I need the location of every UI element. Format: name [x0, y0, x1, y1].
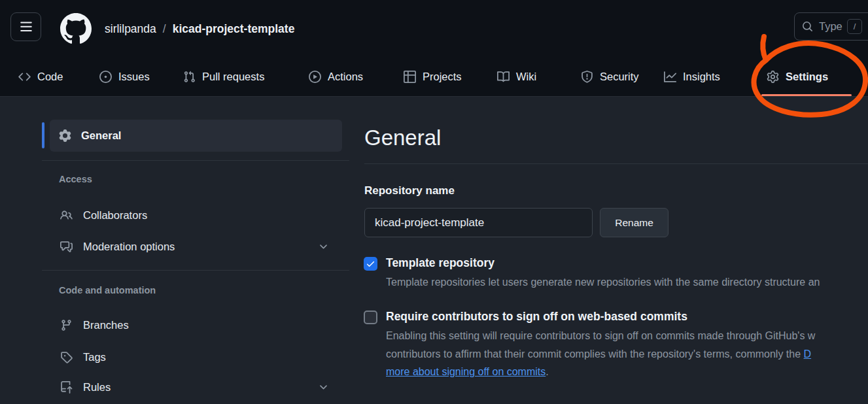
sidebar-item-label: Collaborators [83, 209, 147, 222]
search-placeholder: Type [819, 20, 842, 33]
search-input[interactable]: Type / [794, 12, 868, 41]
tab-wiki[interactable]: Wiki [497, 64, 536, 89]
tab-security[interactable]: Security [581, 64, 639, 89]
play-icon [309, 71, 321, 83]
code-icon [18, 71, 31, 83]
rename-button[interactable]: Rename [600, 208, 668, 237]
shield-icon [581, 71, 593, 83]
gear-icon [59, 129, 71, 142]
people-icon [60, 209, 73, 222]
tab-label: Settings [786, 71, 828, 83]
signoff-line-3-period: . [546, 366, 548, 377]
tag-icon [60, 351, 73, 363]
signoff-line-2-text: contributors to affirm that their commit… [386, 348, 804, 360]
title-divider [364, 163, 868, 164]
breadcrumb: sirlilpanda / kicad-project-template [105, 19, 294, 39]
sidebar-item-label: Rules [83, 381, 111, 394]
three-bars-icon [20, 20, 33, 33]
signoff-label[interactable]: Require contributors to sign off on web-… [386, 310, 687, 324]
sidebar-item-general[interactable]: General [50, 120, 342, 152]
chevron-down-icon [318, 241, 329, 252]
page-title: General [364, 126, 441, 150]
tab-label: Issues [118, 71, 150, 83]
github-logo-icon[interactable] [60, 13, 92, 44]
tab-pull-requests[interactable]: Pull requests [183, 64, 264, 89]
signoff-description: Enabling this setting will require contr… [386, 327, 868, 381]
issue-opened-icon [99, 71, 112, 83]
repo-push-icon [60, 381, 73, 394]
signoff-line-3: more about signing off on commits. [386, 363, 868, 381]
sidebar-item-rules[interactable]: Rules [50, 376, 342, 398]
sidebar-section-code-automation: Code and automation [59, 285, 156, 295]
tab-projects[interactable]: Projects [404, 64, 462, 89]
repository-name-input[interactable] [364, 208, 593, 237]
tab-label: Actions [328, 71, 363, 83]
sidebar-item-label: Branches [83, 319, 129, 331]
graph-icon [664, 71, 676, 83]
sidebar-item-moderation-options[interactable]: Moderation options [50, 235, 342, 258]
slash-shortcut-key: / [847, 19, 862, 34]
signoff-learn-more-link[interactable]: more about signing off on commits [386, 366, 546, 377]
tab-code[interactable]: Code [18, 64, 63, 89]
tab-label: Projects [423, 71, 462, 83]
sidebar-divider [42, 160, 349, 161]
hamburger-menu-button[interactable] [10, 12, 41, 41]
gear-icon [767, 71, 779, 83]
tab-label: Pull requests [202, 71, 264, 83]
sidebar-item-branches[interactable]: Branches [50, 314, 342, 336]
breadcrumb-owner-link[interactable]: sirlilpanda [105, 22, 156, 36]
template-repository-description: Template repositories let users generate… [386, 277, 868, 288]
signoff-line-2: contributors to affirm that their commit… [386, 345, 868, 363]
sidebar-section-access: Access [59, 174, 92, 184]
breadcrumb-repo-link[interactable]: kicad-project-template [173, 22, 295, 36]
signoff-line-1: Enabling this setting will require contr… [386, 327, 868, 345]
repository-name-label: Repository name [364, 184, 455, 197]
sidebar-divider [42, 270, 349, 271]
tab-label: Security [600, 71, 639, 83]
template-repository-label[interactable]: Template repository [386, 256, 495, 270]
search-icon [802, 21, 813, 32]
chevron-down-icon [318, 382, 329, 393]
table-icon [404, 71, 416, 83]
sidebar-item-label: Tags [83, 351, 106, 363]
tab-insights[interactable]: Insights [664, 64, 720, 89]
tab-label: Wiki [516, 71, 536, 83]
sidebar-item-collaborators[interactable]: Collaborators [50, 204, 342, 226]
sidebar-item-label: General [81, 129, 121, 142]
signoff-checkbox[interactable] [364, 311, 377, 324]
app-header: sirlilpanda / kicad-project-template Typ… [0, 0, 868, 97]
sidebar-item-label: Moderation options [83, 241, 175, 253]
tab-settings[interactable]: Settings [767, 64, 828, 89]
sidebar-item-tags[interactable]: Tags [50, 346, 342, 368]
active-tab-underline [761, 94, 852, 96]
book-icon [497, 71, 510, 83]
git-pull-request-icon [183, 71, 196, 83]
github-repo-settings-page: sirlilpanda / kicad-project-template Typ… [0, 0, 868, 404]
comment-discussion-icon [60, 241, 73, 253]
breadcrumb-separator: / [163, 22, 166, 36]
selected-item-accent-bar [42, 122, 44, 148]
check-icon [366, 259, 375, 269]
tab-issues[interactable]: Issues [99, 64, 150, 89]
git-branch-icon [60, 319, 73, 331]
tab-label: Insights [683, 71, 720, 83]
dco-link[interactable]: D [804, 348, 812, 360]
tab-label: Code [37, 71, 63, 83]
template-repository-checkbox[interactable] [364, 257, 377, 271]
tab-actions[interactable]: Actions [309, 64, 363, 89]
